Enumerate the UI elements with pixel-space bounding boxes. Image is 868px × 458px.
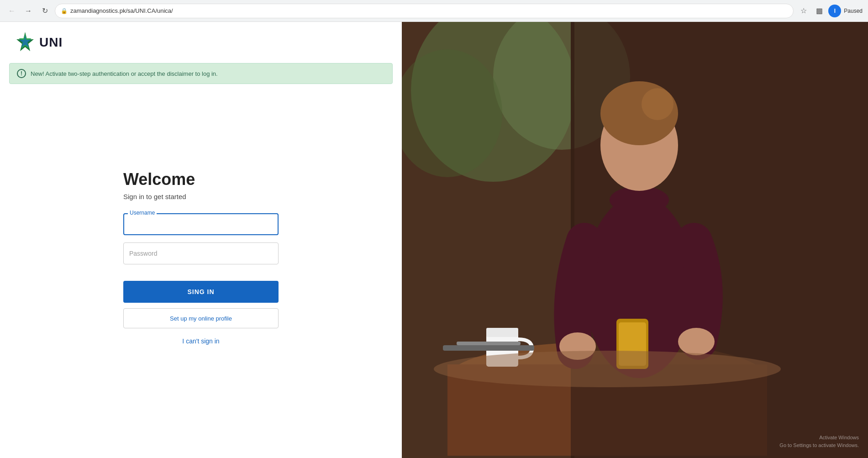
extensions-button[interactable]: ▩: [813, 5, 826, 17]
activate-windows: Activate Windows Go to Settings to activ…: [779, 434, 859, 449]
password-group: [123, 242, 279, 264]
svg-rect-22: [486, 328, 518, 337]
left-panel: UNI ! New! Activate two-step authenticat…: [0, 22, 402, 458]
svg-rect-24: [443, 345, 534, 351]
signin-button[interactable]: SING IN: [123, 281, 279, 303]
bookmark-button[interactable]: ☆: [797, 5, 810, 17]
svg-point-25: [434, 351, 781, 387]
activate-windows-line1: Activate Windows: [779, 434, 859, 442]
address-bar[interactable]: 🔒 zamandiagnostics.pk/sa/UNI.CA/unica/: [55, 4, 794, 18]
username-label: Username: [128, 210, 157, 216]
header: UNI: [0, 22, 402, 63]
welcome-subtitle: Sign in to get started: [123, 193, 279, 200]
form-area: Welcome Sign in to get started Username …: [0, 93, 402, 458]
username-input[interactable]: [123, 213, 279, 235]
page-container: UNI ! New! Activate two-step authenticat…: [0, 22, 868, 458]
back-button[interactable]: ←: [5, 5, 18, 17]
username-group: Username: [123, 213, 279, 235]
browser-chrome: ← → ↻ 🔒 zamandiagnostics.pk/sa/UNI.CA/un…: [0, 0, 868, 22]
background-scene: [402, 22, 868, 458]
activate-windows-line2: Go to Settings to activate Windows.: [779, 442, 859, 449]
logo-text: UNI: [39, 35, 63, 50]
profile-button[interactable]: I: [828, 5, 841, 17]
paused-badge: Paused: [844, 8, 863, 14]
photo-background: Activate Windows Go to Settings to activ…: [402, 22, 868, 458]
setup-profile-button[interactable]: Set up my online profile: [123, 308, 279, 328]
svg-rect-23: [457, 342, 521, 345]
reload-button[interactable]: ↻: [38, 5, 51, 17]
logo: UNI: [14, 31, 388, 54]
lock-icon: 🔒: [61, 8, 68, 14]
paused-label: Paused: [844, 8, 863, 14]
logo-icon: [14, 31, 37, 54]
welcome-title: Welcome: [123, 170, 279, 189]
browser-actions: ☆ ▩ I Paused: [797, 5, 863, 17]
cant-signin-link[interactable]: I can't sign in: [123, 337, 279, 345]
svg-point-16: [642, 88, 673, 120]
url-text: zamandiagnostics.pk/sa/UNI.CA/unica/: [70, 7, 173, 14]
info-icon: !: [17, 69, 26, 78]
svg-point-18: [678, 328, 715, 355]
right-panel: Activate Windows Go to Settings to activ…: [402, 22, 868, 458]
forward-button[interactable]: →: [22, 5, 35, 17]
alert-message: New! Activate two-step authentication or…: [31, 70, 218, 77]
password-input[interactable]: [123, 242, 279, 264]
alert-banner: ! New! Activate two-step authentication …: [9, 63, 393, 84]
